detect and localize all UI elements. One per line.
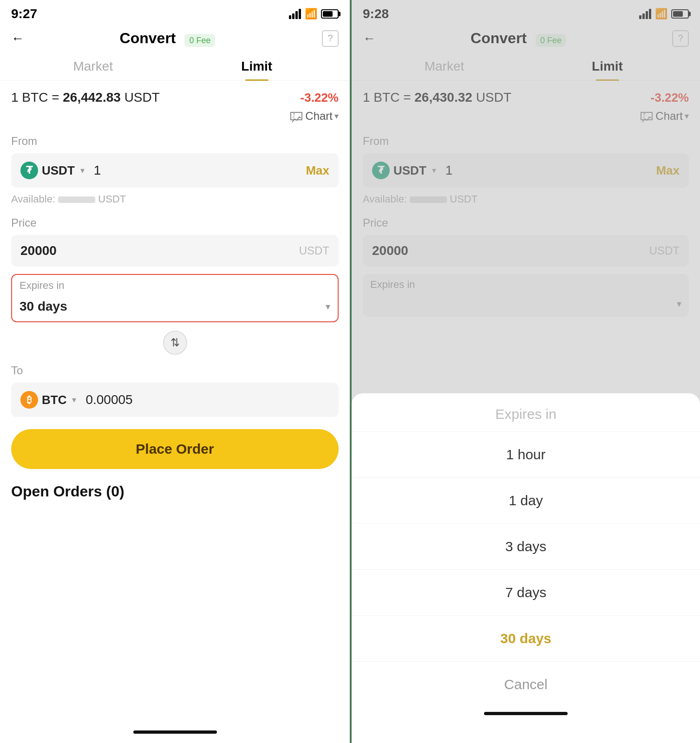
- sheet-option-1day[interactable]: 1 day: [352, 478, 700, 524]
- open-orders-left: Open Orders (0): [0, 478, 350, 505]
- to-input-row-left: ₿ BTC ▾ 0.00005: [11, 383, 339, 417]
- rate-text-left: 1 BTC = 26,442.83 USDT: [11, 90, 160, 105]
- price-value-left[interactable]: 20000: [20, 243, 299, 258]
- to-amount-input-left[interactable]: 0.00005: [85, 392, 329, 407]
- tab-market-left[interactable]: Market: [11, 52, 175, 80]
- to-label-left: To: [0, 358, 350, 380]
- wifi-icon: 📶: [305, 8, 317, 20]
- available-text-left: Available: USDT: [0, 190, 350, 211]
- usdt-icon-left: ₮: [20, 162, 38, 179]
- chart-link-left[interactable]: Chart ▾: [0, 108, 350, 129]
- home-indicator-right: [352, 712, 700, 724]
- available-blur-left: [58, 196, 95, 203]
- page-title-left: Convert 0 Fee: [13, 30, 322, 47]
- price-row-left: 20000 USDT: [11, 235, 339, 267]
- chart-icon-left: [290, 112, 302, 120]
- to-dropdown-arrow-left: ▾: [72, 395, 76, 405]
- status-time-left: 9:27: [11, 7, 37, 21]
- to-currency-selector-left[interactable]: ₿ BTC ▾: [20, 391, 76, 409]
- battery-icon: [321, 9, 339, 19]
- rate-row-left: 1 BTC = 26,442.83 USDT -3.22%: [0, 81, 350, 108]
- sheet-option-1hour[interactable]: 1 hour: [352, 432, 700, 478]
- signal-icon: [289, 9, 301, 19]
- status-bar-left: 9:27 📶: [0, 0, 350, 25]
- tabs-left: Market Limit: [0, 52, 350, 81]
- header-left: ← Convert 0 Fee ?: [0, 25, 350, 52]
- from-dropdown-arrow-left: ▾: [80, 165, 85, 176]
- home-bar-right: [484, 712, 568, 715]
- expires-row-left[interactable]: 30 days ▾: [12, 293, 338, 321]
- home-bar-left: [133, 730, 217, 734]
- sheet-header: Expires in: [352, 393, 700, 432]
- sheet-option-7days[interactable]: 7 days: [352, 570, 700, 616]
- tab-limit-left[interactable]: Limit: [175, 52, 339, 80]
- sheet-option-3days[interactable]: 3 days: [352, 524, 700, 570]
- help-button-left[interactable]: ?: [322, 30, 339, 47]
- from-currency-name-left: USDT: [42, 163, 75, 178]
- expires-section-left: Expires in 30 days ▾: [11, 274, 339, 322]
- to-currency-name-left: BTC: [42, 393, 66, 407]
- home-indicator-left: [0, 730, 350, 743]
- expires-value-left: 30 days: [20, 299, 326, 314]
- price-label-left: Price: [0, 211, 350, 232]
- from-input-row-left: ₮ USDT ▾ 1 Max: [11, 153, 339, 188]
- sheet-option-cancel[interactable]: Cancel: [352, 662, 700, 707]
- rate-change-left: -3.22%: [301, 91, 339, 105]
- chevron-down-icon: ▾: [334, 111, 339, 121]
- fee-badge-left: 0 Fee: [184, 34, 215, 47]
- btc-icon-left: ₿: [20, 391, 38, 409]
- swap-button-left[interactable]: ⇅: [163, 331, 187, 355]
- swap-btn-row-left: ⇅: [0, 331, 350, 355]
- max-button-left[interactable]: Max: [306, 163, 329, 178]
- from-label-left: From: [0, 129, 350, 150]
- left-screen: 9:27 📶 ← Convert 0 Fee ? Market Limit 1 …: [0, 0, 350, 743]
- bottom-sheet: Expires in 1 hour 1 day 3 days 7 days 30…: [352, 393, 700, 743]
- price-unit-left: USDT: [299, 244, 329, 257]
- from-amount-input-left[interactable]: 1: [94, 163, 301, 178]
- expires-dropdown-icon-left: ▾: [326, 301, 330, 312]
- sheet-option-30days[interactable]: 30 days: [352, 616, 700, 662]
- expires-label-left: Expires in: [12, 275, 338, 293]
- right-screen: 9:28 📶 ← Convert 0 Fee ? Market Limit 1 …: [350, 0, 700, 743]
- place-order-button-left[interactable]: Place Order: [11, 429, 339, 469]
- from-currency-selector-left[interactable]: ₮ USDT ▾: [20, 162, 85, 179]
- status-icons-left: 📶: [289, 8, 339, 20]
